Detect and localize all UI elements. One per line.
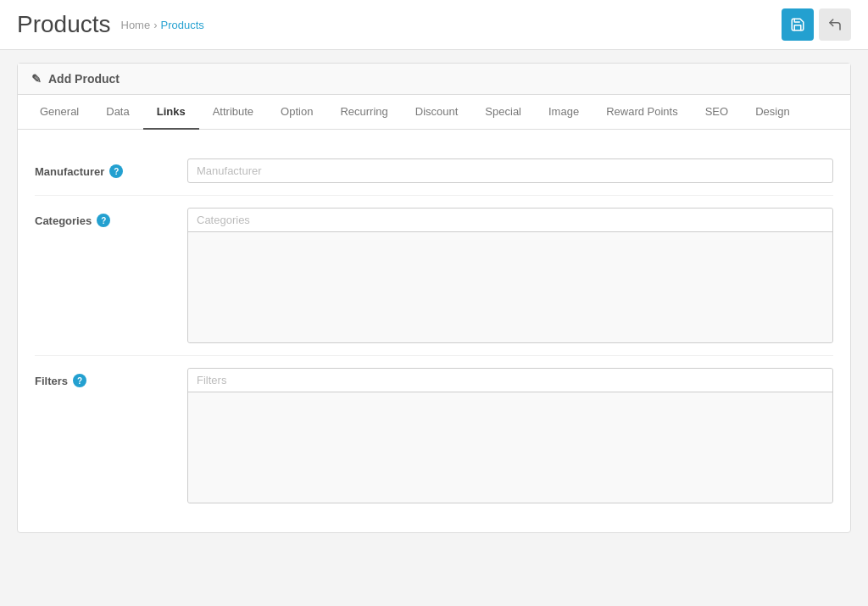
categories-input[interactable] (188, 208, 832, 232)
tab-design[interactable]: Design (742, 95, 803, 130)
product-card: ✎ Add Product GeneralDataLinksAttributeO… (17, 63, 851, 533)
page-title: Products (17, 11, 111, 38)
tabs-container: GeneralDataLinksAttributeOptionRecurring… (18, 95, 850, 130)
tab-attribute[interactable]: Attribute (199, 95, 267, 130)
manufacturer-input[interactable] (187, 158, 833, 183)
header-left: Products Home › Products (17, 11, 204, 38)
breadcrumb-home: Home (121, 19, 151, 31)
form-row-manufacturer: Manufacturer ? (35, 147, 833, 196)
card-header-label: Add Product (48, 72, 120, 86)
tab-general[interactable]: General (26, 95, 92, 130)
categories-autocomplete-box (187, 208, 833, 343)
filters-autocomplete-box (187, 368, 833, 503)
manufacturer-label: Manufacturer ? (35, 158, 187, 178)
back-button[interactable] (819, 8, 851, 41)
filters-label: Filters ? (35, 368, 187, 387)
save-icon (790, 17, 805, 32)
manufacturer-help-icon[interactable]: ? (109, 164, 123, 178)
filters-help-icon[interactable]: ? (73, 374, 86, 387)
breadcrumb: Home › Products (121, 19, 204, 31)
categories-label: Categories ? (35, 208, 187, 227)
pencil-icon: ✎ (31, 72, 42, 86)
tab-image[interactable]: Image (535, 95, 593, 130)
tab-data[interactable]: Data (92, 95, 142, 130)
page-header: Products Home › Products (0, 0, 868, 50)
manufacturer-field (187, 158, 833, 183)
breadcrumb-current[interactable]: Products (161, 19, 204, 31)
back-icon (827, 17, 843, 32)
form-row-categories: Categories ? (35, 196, 833, 356)
tab-special[interactable]: Special (471, 95, 535, 130)
tab-content-links: Manufacturer ? Categories ? (18, 130, 850, 532)
header-buttons (782, 8, 851, 41)
card-header: ✎ Add Product (18, 64, 850, 95)
filters-input[interactable] (188, 369, 832, 392)
tab-seo[interactable]: SEO (692, 95, 742, 130)
tab-option[interactable]: Option (267, 95, 326, 130)
categories-list (188, 232, 832, 342)
categories-help-icon[interactable]: ? (97, 214, 110, 227)
filters-list (188, 392, 832, 503)
filters-field (187, 368, 833, 503)
breadcrumb-separator: › (153, 19, 157, 31)
tab-reward-points[interactable]: Reward Points (593, 95, 692, 130)
save-button[interactable] (782, 8, 814, 41)
categories-field (187, 208, 833, 343)
main-content: ✎ Add Product GeneralDataLinksAttributeO… (0, 50, 868, 559)
tab-recurring[interactable]: Recurring (326, 95, 401, 130)
tab-discount[interactable]: Discount (402, 95, 472, 130)
form-row-filters: Filters ? (35, 356, 833, 515)
tab-links[interactable]: Links (143, 95, 199, 130)
